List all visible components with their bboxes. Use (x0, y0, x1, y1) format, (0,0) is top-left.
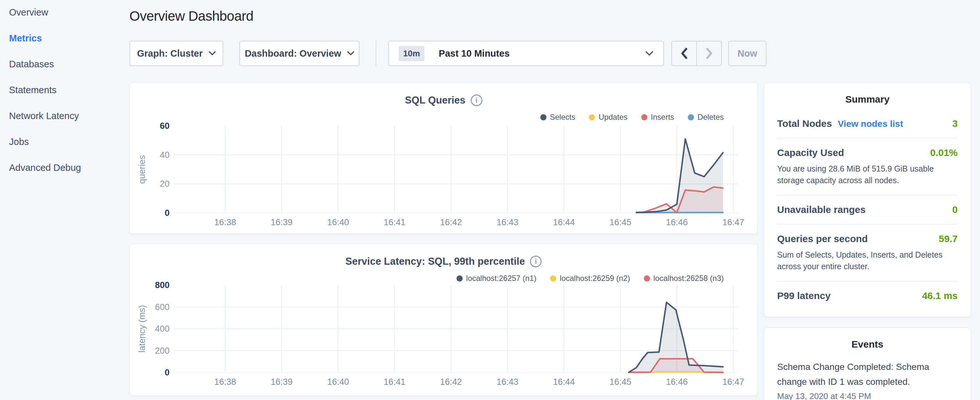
svg-text:queries: queries (137, 155, 147, 184)
event-item-timestamp: May 13, 2020 at 4:45 PM (777, 391, 958, 400)
svg-text:16:41: 16:41 (384, 377, 406, 387)
controls-divider (375, 41, 376, 66)
service-latency-chart-card: Service Latency: SQL, 99th percentile i … (129, 244, 758, 396)
p99-latency-value: 46.1 ms (922, 290, 958, 301)
sidebar-item-overview[interactable]: Overview (9, 6, 81, 18)
summary-panel: Summary Total Nodes View nodes list 3 Ca… (764, 83, 971, 317)
sidebar-item-statements[interactable]: Statements (9, 84, 81, 96)
svg-text:16:42: 16:42 (440, 377, 462, 387)
service-latency-plot-area[interactable]: 16:3816:3916:4016:4116:4216:4316:4416:45… (130, 244, 757, 395)
svg-text:16:43: 16:43 (496, 217, 519, 227)
svg-text:16:39: 16:39 (271, 217, 293, 227)
event-item-text[interactable]: Schema Change Completed: Schema change w… (777, 360, 949, 389)
qps-description: Sum of Selects, Updates, Inserts, and De… (777, 249, 958, 272)
capacity-label: Capacity Used (777, 147, 844, 158)
svg-text:16:42: 16:42 (440, 217, 462, 227)
qps-value: 59.7 (939, 233, 958, 244)
svg-text:latency (ms): latency (ms) (137, 305, 147, 352)
svg-text:0: 0 (165, 368, 170, 377)
total-nodes-value: 3 (952, 118, 958, 129)
svg-text:16:47: 16:47 (722, 377, 745, 387)
svg-text:60: 60 (160, 121, 170, 131)
sidebar-item-metrics[interactable]: Metrics (9, 32, 81, 44)
unavailable-ranges-label: Unavailable ranges (777, 204, 865, 215)
svg-text:40: 40 (160, 150, 170, 160)
svg-text:800: 800 (155, 280, 170, 290)
sidebar-item-databases[interactable]: Databases (9, 58, 81, 70)
dashboard-label: Dashboard: Overview (245, 48, 341, 59)
events-panel: Events Schema Change Completed: Schema c… (764, 328, 971, 400)
sql-queries-chart-card: SQL Queries i SelectsUpdatesInsertsDelet… (129, 83, 758, 234)
sql-queries-plot-area[interactable]: 16:3816:3916:4016:4116:4216:4316:4416:45… (130, 83, 757, 234)
svg-text:16:41: 16:41 (384, 217, 406, 227)
time-range-label: Past 10 Minutes (439, 48, 509, 59)
now-button[interactable]: Now (728, 41, 767, 66)
svg-text:600: 600 (155, 302, 170, 312)
svg-text:20: 20 (160, 179, 170, 189)
svg-text:16:40: 16:40 (327, 217, 349, 227)
chevron-down-icon (645, 51, 654, 56)
sidebar-item-network-latency[interactable]: Network Latency (9, 110, 81, 122)
svg-text:16:38: 16:38 (214, 377, 236, 387)
svg-text:16:46: 16:46 (666, 377, 688, 387)
chevron-right-icon (704, 47, 714, 60)
svg-text:400: 400 (155, 324, 170, 334)
qps-label: Queries per second (777, 233, 868, 244)
summary-row-qps: Queries per second 59.7 Sum of Selects, … (777, 225, 958, 282)
view-nodes-list-link[interactable]: View nodes list (838, 119, 903, 129)
sidebar: Overview Metrics Databases Statements Ne… (9, 6, 81, 174)
summary-row-total-nodes: Total Nodes View nodes list 3 (777, 109, 958, 139)
time-range-badge: 10m (399, 46, 425, 61)
page-title: Overview Dashboard (129, 8, 253, 24)
svg-text:16:44: 16:44 (553, 217, 575, 227)
summary-row-p99: P99 latency 46.1 ms (777, 282, 958, 310)
svg-text:16:45: 16:45 (609, 377, 632, 387)
graph-scope-label: Graph: Cluster (137, 48, 202, 59)
summary-row-capacity: Capacity Used 0.01% You are using 28.6 M… (777, 139, 958, 196)
chevron-down-icon (209, 51, 216, 56)
unavailable-ranges-value: 0 (952, 204, 958, 215)
svg-text:16:45: 16:45 (609, 217, 632, 227)
summary-title: Summary (777, 94, 958, 105)
time-step-buttons (671, 41, 722, 66)
time-step-back-button[interactable] (672, 41, 696, 65)
chevron-down-icon (347, 51, 354, 56)
p99-latency-label: P99 latency (777, 290, 830, 301)
svg-text:16:43: 16:43 (496, 377, 519, 387)
sidebar-item-jobs[interactable]: Jobs (9, 136, 81, 148)
svg-text:16:40: 16:40 (327, 377, 349, 387)
capacity-description: You are using 28.6 MiB of 515.9 GiB usab… (777, 163, 958, 186)
sidebar-item-advanced-debug[interactable]: Advanced Debug (9, 162, 81, 174)
time-range-dropdown[interactable]: 10m Past 10 Minutes (388, 41, 664, 66)
svg-text:0: 0 (165, 208, 170, 218)
events-title: Events (777, 339, 958, 350)
svg-text:16:38: 16:38 (214, 217, 236, 227)
capacity-value: 0.01% (930, 147, 958, 158)
svg-text:200: 200 (155, 346, 170, 356)
dashboard-dropdown[interactable]: Dashboard: Overview (239, 41, 360, 66)
total-nodes-label: Total Nodes (777, 118, 832, 129)
svg-text:16:46: 16:46 (666, 217, 688, 227)
svg-text:16:44: 16:44 (553, 377, 575, 387)
summary-row-unavailable-ranges: Unavailable ranges 0 (777, 196, 958, 225)
graph-scope-dropdown[interactable]: Graph: Cluster (129, 41, 223, 66)
svg-text:16:47: 16:47 (722, 217, 745, 227)
time-step-forward-button[interactable] (696, 41, 721, 65)
chevron-left-icon (679, 47, 689, 60)
svg-text:16:39: 16:39 (271, 377, 293, 387)
